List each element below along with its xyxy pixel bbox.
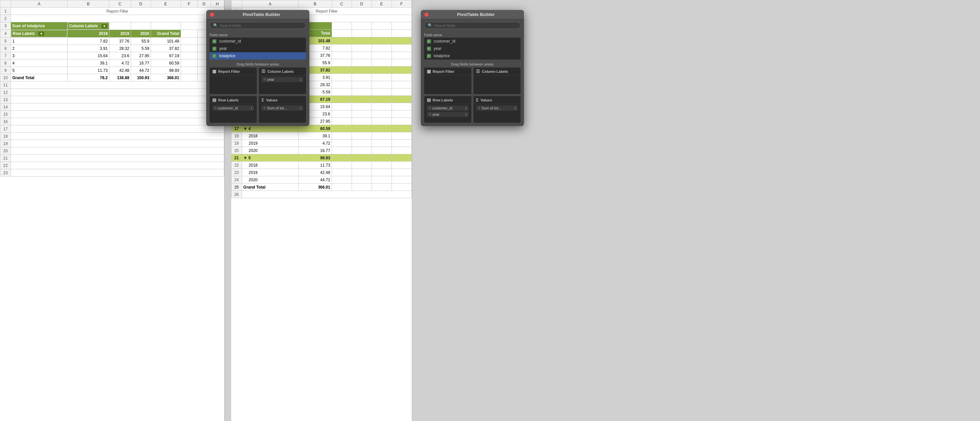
values-icon: Σ: [261, 97, 264, 102]
chip-info-icon[interactable]: ℹ: [251, 106, 252, 110]
chip-info-icon[interactable]: ℹ: [300, 78, 301, 81]
table-row: 3 Sum of totalprice Column Labels ▼: [0, 22, 224, 30]
chip-info-icon[interactable]: ℹ: [300, 106, 301, 110]
report-filter-content-right: [424, 75, 471, 92]
close-button-right[interactable]: [424, 12, 429, 17]
table-row: 8 4 39.1 4.72 16.77 60.59: [0, 60, 224, 67]
pivot-builder-right-title: PivotTable Builder: [431, 12, 520, 17]
report-filter-icon: ▦: [212, 69, 216, 74]
table-row: 9 5 11.73 42.48 44.72 98.93: [0, 67, 224, 74]
table-row: 19: [0, 140, 224, 147]
col-D[interactable]: D: [352, 0, 372, 8]
report-filter-header: ▦ Report Filter: [210, 68, 257, 75]
col-E[interactable]: E: [372, 0, 391, 8]
chip-info-icon[interactable]: ℹ: [465, 113, 467, 116]
table-row: 22: [0, 162, 224, 169]
col-A[interactable]: A: [11, 0, 68, 8]
table-row: 20: [0, 147, 224, 155]
table-row: 1 Report Filter: [0, 8, 224, 15]
table-row: 17: [0, 126, 224, 133]
col-C[interactable]: C: [332, 0, 352, 8]
col-F[interactable]: F: [181, 0, 197, 8]
areas-grid: ▦ Report Filter ☰ Column Labels ⠿ year ℹ: [206, 68, 309, 126]
col-B[interactable]: B: [298, 0, 332, 8]
report-filter-label: Report Filter: [218, 70, 240, 73]
col-header-row: A B C D E F: [231, 0, 412, 8]
row-num: 4: [0, 30, 11, 38]
areas-grid-right: ▦ Report Filter ☰ Column Labels ▤ Row La…: [421, 68, 524, 126]
left-panel: A B C D E F G H 1 Report Filter: [0, 0, 224, 421]
report-filter-icon-right: ▦: [427, 69, 431, 74]
field-label: year: [434, 46, 441, 51]
values-icon-right: Σ: [476, 97, 479, 102]
field-totalprice[interactable]: totalprice: [210, 52, 306, 60]
col-B[interactable]: B: [68, 0, 110, 8]
sum-tot-chip-right[interactable]: ⠿ Sum of tot... ℹ: [476, 105, 518, 111]
col-D[interactable]: D: [131, 0, 151, 8]
column-labels-header-right: ☰ Column Labels: [473, 68, 520, 75]
search-box[interactable]: 🔍: [210, 22, 306, 29]
table-row: 23: [0, 169, 224, 176]
field-customer-id[interactable]: customer_id: [210, 38, 306, 45]
chip-drag-icon: ⠿: [478, 106, 480, 110]
table-row: 20 2020 16.77: [231, 147, 412, 154]
close-button[interactable]: [210, 12, 214, 17]
report-filter-area: ▦ Report Filter: [210, 68, 257, 94]
chip-drag-icon: ⠿: [264, 106, 266, 110]
field-label: totalprice: [434, 54, 450, 58]
search-input-right[interactable]: [434, 24, 517, 28]
pivot-builder-right: PivotTable Builder 🔍 Field name customer…: [421, 10, 524, 126]
column-labels-icon: ☰: [261, 69, 266, 74]
checkbox-year[interactable]: [212, 46, 216, 51]
table-row: 26: [231, 191, 412, 198]
field-totalprice-right[interactable]: totalprice: [424, 52, 520, 60]
col-E[interactable]: E: [151, 0, 181, 8]
values-content-right: ⠿ Sum of tot... ℹ: [473, 104, 520, 121]
customer-id-chip[interactable]: ⠿ customer_id ℹ: [212, 105, 254, 111]
field-customer-id-right[interactable]: customer_id: [424, 38, 520, 45]
field-label: customer_id: [434, 39, 455, 44]
field-label: customer_id: [219, 39, 241, 44]
chip-info-icon[interactable]: ℹ: [515, 106, 516, 110]
checkbox-customer-id-right[interactable]: [427, 39, 431, 44]
pivot-builder-titlebar: PivotTable Builder: [206, 10, 309, 19]
chip-drag-icon: ⠿: [429, 113, 431, 116]
col-C[interactable]: C: [109, 0, 131, 8]
year-chip[interactable]: ⠿ year ℹ: [261, 77, 303, 82]
field-label: year: [219, 46, 227, 51]
values-header-right: Σ Values: [473, 96, 520, 104]
pivot-builder-left: PivotTable Builder 🔍 Field name customer…: [206, 10, 309, 126]
search-icon-right: 🔍: [428, 23, 433, 28]
search-box-right[interactable]: 🔍: [424, 22, 520, 29]
checkbox-customer-id[interactable]: [212, 39, 216, 44]
fields-list-right: customer_id year totalprice: [424, 38, 520, 60]
values-label-right: Values: [480, 98, 492, 102]
chip-drag-icon: ⠿: [429, 106, 431, 110]
table-row: 13: [0, 96, 224, 103]
customer-id-chip-right[interactable]: ⠿ customer_id ℹ: [427, 105, 469, 111]
year-chip-right[interactable]: ⠿ year ℹ: [427, 112, 469, 117]
column-labels-icon-right: ☰: [476, 69, 480, 74]
col-F[interactable]: F: [391, 0, 412, 8]
values-content: ⠿ Sum of tot... ℹ: [259, 104, 306, 121]
sum-tot-chip[interactable]: ⠿ Sum of tot... ℹ: [261, 105, 303, 111]
checkbox-year-right[interactable]: [427, 46, 431, 51]
chip-info-icon[interactable]: ℹ: [465, 106, 467, 110]
checkbox-totalprice[interactable]: [212, 54, 216, 58]
col-H[interactable]: H: [210, 0, 224, 8]
row-labels-content-right: ⠿ customer_id ℹ ⠿ year ℹ: [424, 104, 471, 121]
report-filter-content: [210, 75, 257, 92]
field-year[interactable]: year: [210, 45, 306, 52]
row-num: 6: [0, 45, 11, 52]
col-A[interactable]: A: [242, 0, 298, 8]
table-row: 23 2019 42.48: [231, 169, 412, 176]
field-name-label-right: Field name: [421, 32, 524, 38]
table-row: 14: [0, 103, 224, 111]
field-label: totalprice: [219, 54, 235, 58]
field-year-right[interactable]: year: [424, 45, 520, 52]
col-G[interactable]: G: [197, 0, 210, 8]
row-num: 8: [0, 60, 11, 67]
left-spreadsheet: A B C D E F G H 1 Report Filter: [0, 0, 224, 421]
search-input[interactable]: [220, 24, 302, 28]
checkbox-totalprice-right[interactable]: [427, 54, 431, 58]
